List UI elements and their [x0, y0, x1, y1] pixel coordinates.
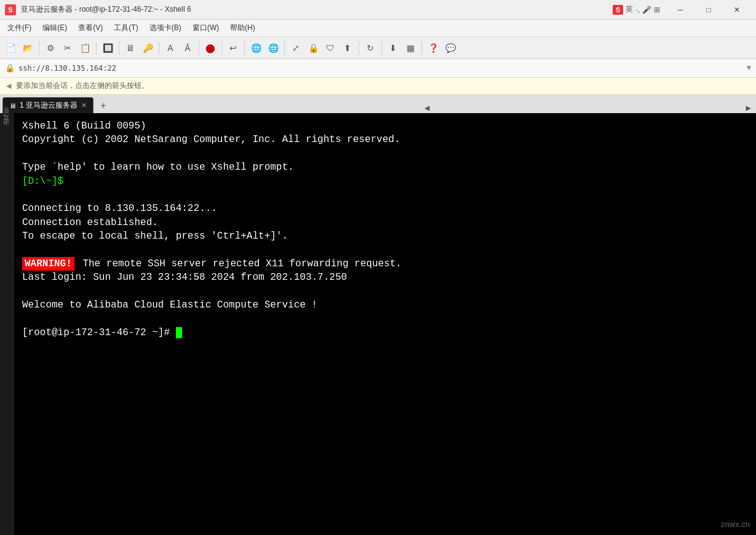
warning-label: WARNING!: [22, 257, 74, 271]
titlebar-right-icons: S 英 ·, 🎤 ⊞: [613, 4, 660, 15]
tab-close-button[interactable]: ✕: [81, 101, 87, 109]
terminal[interactable]: Xshell 6 (Build 0095) Copyright (c) 2002…: [14, 113, 756, 535]
sogou-icon: S: [613, 5, 623, 15]
tab-server-icon: 🖥: [9, 102, 16, 109]
terminal-line-1: Xshell 6 (Build 0095): [22, 119, 747, 133]
info-text: 要添加当前会话，点击左侧的箭头按钮。: [16, 81, 149, 91]
tb-sep1: [39, 41, 39, 55]
tb-expand[interactable]: ⤢: [288, 40, 304, 56]
terminal-cursor: [176, 327, 182, 338]
tb-sep10: [381, 41, 382, 55]
tb-sep2: [96, 41, 97, 55]
toolbar: 📄 📂 ⚙ ✂ 📋 🔲 🖥 🔑 A Ā ⬤ ↩ 🌐 🌐 ⤢ 🔒 🛡 ⬆ ↻ ⬇ …: [0, 37, 756, 59]
tb-copy[interactable]: ⚙: [42, 40, 58, 56]
arrow-left-icon: ◀: [6, 81, 11, 91]
tb-shield[interactable]: 🛡: [322, 40, 338, 56]
tb-font[interactable]: A: [162, 40, 178, 56]
menu-view[interactable]: 查看(V): [73, 21, 108, 35]
tb-find[interactable]: 🔲: [100, 40, 116, 56]
close-button[interactable]: ✕: [723, 0, 751, 20]
watermark: znwx.cn: [721, 520, 750, 529]
tb-key[interactable]: 🔑: [140, 40, 156, 56]
sidebar-icon-3: 逊: [1, 128, 12, 133]
sidebar-icon-1: 亚: [1, 116, 12, 121]
infobar: ◀ 要添加当前会话，点击左侧的箭头按钮。: [0, 77, 756, 95]
tab-label: 1 亚马逊云服务器: [20, 100, 78, 111]
terminal-line-4: Type `help' to learn how to use Xshell p…: [22, 160, 747, 174]
tb-open[interactable]: 📂: [20, 40, 36, 56]
terminal-line-6: Connecting to 8.130.135.164:22...: [22, 202, 747, 215]
terminal-line-10: Last login: Sun Jun 23 23:34:58 2024 fro…: [22, 271, 747, 284]
tb-stop[interactable]: ⬤: [202, 40, 218, 56]
titlebar-left: S 亚马逊云服务器 - root@ip-172-31-46-72:~ - Xsh…: [5, 4, 191, 15]
main-area: 亚 马 逊 Xshell 6 (Build 0095) Copyright (c…: [0, 113, 756, 535]
terminal-line-12: Welcome to Alibaba Cloud Elastic Compute…: [22, 298, 747, 312]
terminal-line-7: Connection established.: [22, 216, 747, 229]
addressbar: 🔒 ssh://8.130.135.164:22 ▼: [0, 59, 756, 77]
title-text: 亚马逊云服务器 - root@ip-172-31-46-72:~ - Xshel…: [21, 4, 191, 15]
terminal-line-blank-2: [22, 188, 747, 202]
terminal-line-blank-3: [22, 244, 747, 257]
terminal-prompt-2: [root@ip-172-31-46-72 ~]#: [22, 326, 747, 339]
tab-amazon-server[interactable]: 🖥 1 亚马逊云服务器 ✕: [2, 97, 94, 113]
tb-lock[interactable]: 🔒: [305, 40, 321, 56]
lang-icon[interactable]: 英: [626, 4, 633, 15]
terminal-line-blank-1: [22, 147, 747, 160]
address-text[interactable]: ssh://8.130.135.164:22: [18, 64, 116, 73]
tabbar: 🖥 1 亚马逊云服务器 ✕ + ◀ ▶: [0, 95, 756, 113]
lock-icon: 🔒: [5, 63, 15, 73]
mic-icon[interactable]: 🎤: [642, 6, 651, 14]
terminal-line-8: To escape to local shell, press 'Ctrl+Al…: [22, 229, 747, 243]
app-icon: S: [5, 4, 16, 15]
menu-tools[interactable]: 工具(T): [109, 21, 143, 35]
tb-sep7: [244, 41, 245, 55]
punct-icon[interactable]: ·,: [635, 6, 640, 14]
tb-sep4: [159, 41, 159, 55]
tb-relay[interactable]: ↩: [225, 40, 241, 56]
tb-help[interactable]: ❓: [425, 40, 441, 56]
sidebar: 亚 马 逊: [0, 113, 14, 535]
sidebar-icon-2: 马: [1, 122, 12, 127]
menu-edit[interactable]: 编辑(E): [38, 21, 72, 35]
tab-nav-right-icon[interactable]: ▶: [744, 103, 754, 113]
tb-sep5: [199, 41, 199, 55]
tb-connect[interactable]: 🖥: [122, 40, 138, 56]
menu-tabs[interactable]: 选项卡(B): [145, 21, 186, 35]
terminal-line-blank-5: [22, 312, 747, 325]
menu-window[interactable]: 窗口(W): [188, 21, 224, 35]
tb-sep9: [359, 41, 359, 55]
menu-file[interactable]: 文件(F): [2, 21, 36, 35]
menubar: 文件(F) 编辑(E) 查看(V) 工具(T) 选项卡(B) 窗口(W) 帮助(…: [0, 20, 756, 37]
terminal-warning-line: WARNING! The remote SSH server rejected …: [22, 257, 747, 271]
expand-icon[interactable]: ▼: [747, 64, 751, 73]
terminal-line-2: Copyright (c) 2002 NetSarang Computer, I…: [22, 133, 747, 146]
tab-add-button[interactable]: +: [96, 98, 111, 113]
terminal-line-blank-4: [22, 285, 747, 298]
tb-globe[interactable]: 🌐: [248, 40, 264, 56]
tb-cut[interactable]: 📋: [77, 40, 93, 56]
grid-icon[interactable]: ⊞: [654, 6, 660, 14]
tb-sep11: [421, 41, 422, 55]
titlebar-controls: ─ □ ✕: [666, 0, 751, 20]
tb-up[interactable]: ⬆: [340, 40, 356, 56]
tb-dl[interactable]: ⬇: [385, 40, 401, 56]
tb-sep8: [284, 41, 285, 55]
titlebar: S 亚马逊云服务器 - root@ip-172-31-46-72:~ - Xsh…: [0, 0, 756, 20]
menu-help[interactable]: 帮助(H): [225, 21, 260, 35]
tb-sep3: [119, 41, 119, 55]
tb-new-file[interactable]: 📄: [2, 40, 18, 56]
tb-sep6: [221, 41, 222, 55]
tb-refresh[interactable]: ↻: [362, 40, 378, 56]
minimize-button[interactable]: ─: [666, 0, 694, 20]
tb-paste[interactable]: ✂: [60, 40, 76, 56]
tb-globe2[interactable]: 🌐: [265, 40, 281, 56]
tb-font2[interactable]: Ā: [180, 40, 196, 56]
tb-chat[interactable]: 💬: [442, 40, 458, 56]
terminal-prompt-1: [D:\~]$: [22, 175, 747, 188]
tb-dl2[interactable]: ▦: [402, 40, 418, 56]
tab-nav-left-icon[interactable]: ◀: [422, 103, 432, 113]
maximize-button[interactable]: □: [694, 0, 723, 20]
